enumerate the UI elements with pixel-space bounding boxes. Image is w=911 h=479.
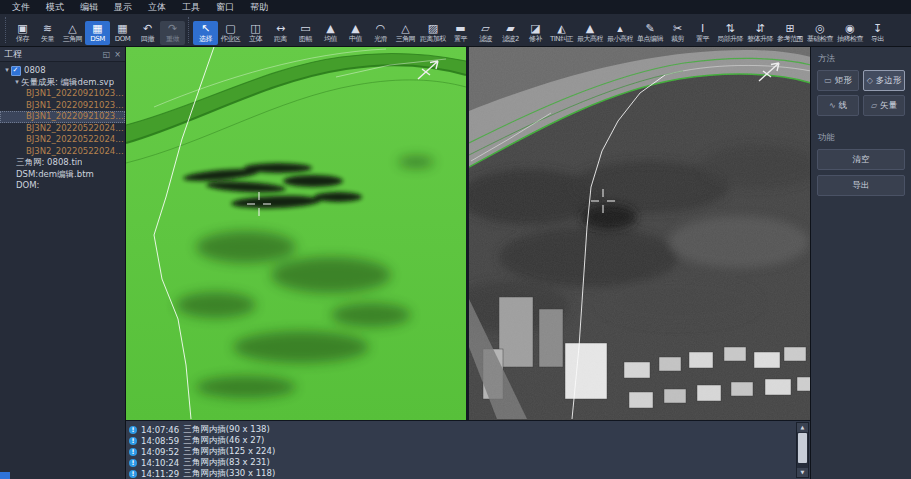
tree-label: BJ3N1_20220921023734_PAN_... <box>26 88 125 100</box>
toolbar-button[interactable]: ⊞ 参考范围 <box>775 21 805 45</box>
toolbar-button-label: 光滑 <box>374 35 387 44</box>
toolbar-button[interactable]: ◫ 立体 <box>243 21 268 45</box>
toolbar-button[interactable]: ▦ DOM <box>110 21 135 45</box>
action-button[interactable]: 清空 <box>817 149 905 170</box>
menu-item[interactable]: 模式 <box>38 0 72 14</box>
expand-arrow-icon[interactable]: ▾ <box>13 77 21 89</box>
toolbar-button-icon: ▣ <box>17 22 27 35</box>
dock-icon[interactable]: ◱ <box>103 50 111 59</box>
menu-item[interactable]: 帮助 <box>242 0 276 14</box>
toolbar-button[interactable]: ▲ 中值 <box>343 21 368 45</box>
project-panel-title: 工程 <box>4 48 22 61</box>
method-button[interactable]: ▱ 矢量 <box>863 95 905 116</box>
dsm-canvas[interactable] <box>126 47 466 420</box>
toolbar-button[interactable]: ▨ 距离加权 <box>418 21 448 45</box>
function-buttons: 清空 导出 <box>817 149 905 196</box>
tree-label: DSM:dem编辑.btm <box>16 169 94 181</box>
log-scrollbar[interactable]: ▲ ▼ <box>796 422 809 478</box>
tree-row[interactable]: BJ3N2_20220522024137_PAN_... <box>0 134 125 146</box>
info-icon: ! <box>129 448 137 456</box>
tree-row[interactable]: DSM:dem编辑.btm <box>0 169 125 181</box>
toolbar-button[interactable]: ▲ 均值 <box>318 21 343 45</box>
method-button[interactable]: ∿ 线 <box>817 95 859 116</box>
log-list: ! 14:07:46 三角网内插(90 x 138) ! 14:08:59 三角… <box>129 424 796 479</box>
tree-row[interactable]: BJ3N2_20220522024123_PAN_... <box>0 123 125 135</box>
toolbar-button[interactable]: ▦ DSM <box>85 21 110 45</box>
toolbar-button-label: 作业区 <box>221 35 241 44</box>
tree-row[interactable]: BJ3N2_20220522024205_PAN_... <box>0 146 125 158</box>
tree-row[interactable]: 三角网: 0808.tin <box>0 157 125 169</box>
toolbar-button[interactable]: ✂ 裁剪 <box>665 21 690 45</box>
action-button[interactable]: 导出 <box>817 175 905 196</box>
toolbar-button[interactable]: ≋ 矢量 <box>35 21 60 45</box>
close-icon[interactable]: × <box>114 50 121 59</box>
log-entry[interactable]: ! 14:10:24 三角网内插(83 x 231) <box>129 457 796 468</box>
toolbar-button[interactable]: ⇅ 局部升降 <box>715 21 745 45</box>
dsm-view[interactable] <box>126 47 466 420</box>
toolbar-button[interactable]: ↷ 重做 <box>160 21 185 45</box>
toolbar-button[interactable]: ✎ 单点编辑 <box>635 21 665 45</box>
toolbar-button-label: 距离加权 <box>420 35 446 44</box>
scroll-thumb[interactable] <box>798 433 807 463</box>
toolbar-button[interactable]: ⇵ 整体升降 <box>745 21 775 45</box>
toolbar-button[interactable]: ▲ 最大高程 <box>575 21 605 45</box>
toolbar-button-label: 重做 <box>166 35 179 44</box>
toolbar-button[interactable]: I 置平 <box>690 21 715 45</box>
toolbar-button[interactable]: ▢ 作业区 <box>218 21 243 45</box>
log-entry[interactable]: ! 14:07:46 三角网内插(90 x 138) <box>129 424 796 435</box>
toolbar-button[interactable]: ▬ 置平 <box>448 21 473 45</box>
log-entry[interactable]: ! 14:09:52 三角网内插(125 x 224) <box>129 446 796 457</box>
log-entry[interactable]: ! 14:08:59 三角网内插(46 x 27) <box>129 435 796 446</box>
tree-row[interactable]: ▾ 0808 <box>0 65 125 77</box>
project-tree: ▾ 0808 ▾ 矢量成果: 编辑dem.svp BJ3N1_2022092 <box>0 62 125 195</box>
method-button[interactable]: ▭ 矩形 <box>817 70 859 91</box>
info-icon: ! <box>129 459 137 467</box>
toolbar-button[interactable]: ◎ 基础检查 <box>805 21 835 45</box>
toolbar-button[interactable]: ▭ 图幅 <box>293 21 318 45</box>
toolbar-button[interactable]: ↶ 回撤 <box>135 21 160 45</box>
toolbar-button-icon: ▲ <box>351 22 359 35</box>
toolbar-button-icon: ◠ <box>376 22 386 35</box>
menu-item[interactable]: 显示 <box>106 0 140 14</box>
toolbar-button[interactable]: ▰ 滤波2 <box>498 21 523 45</box>
tree-label: BJ3N1_20220921023831_PAN_... <box>26 111 125 123</box>
menu-item[interactable]: 文件 <box>4 0 38 14</box>
tree-label: 矢量成果: 编辑dem.svp <box>21 77 114 89</box>
toolbar-button[interactable]: ▱ 滤波 <box>473 21 498 45</box>
toolbar-button[interactable]: ↔ 距离 <box>268 21 293 45</box>
ortho-view[interactable] <box>469 47 811 420</box>
toolbar-button-label: 距离 <box>274 35 287 44</box>
tree-row[interactable]: ▾ 矢量成果: 编辑dem.svp <box>0 77 125 89</box>
menu-item[interactable]: 立体 <box>140 0 174 14</box>
menu-item[interactable]: 编辑 <box>72 0 106 14</box>
checkbox[interactable] <box>11 66 21 76</box>
method-button[interactable]: ◇ 多边形 <box>863 70 905 91</box>
toolbar: ▣ 保存 ≋ 矢量 △ 三角网 ▦ DSM <box>0 14 911 47</box>
tree-row[interactable]: BJ3N1_20220921023831_PAN_... <box>0 111 125 123</box>
toolbar-button[interactable]: △ 三角网 <box>393 21 418 45</box>
scroll-down-icon[interactable]: ▼ <box>797 468 808 477</box>
toolbar-button[interactable]: ▴ 最小高程 <box>605 21 635 45</box>
log-entry[interactable]: ! 14:11:29 三角网内插(330 x 118) <box>129 468 796 479</box>
tree-row[interactable]: BJ3N1_20220921023734_PAN_... <box>0 88 125 100</box>
toolbar-button-icon: ⊞ <box>785 22 794 35</box>
toolbar-button[interactable]: ▣ 保存 <box>10 21 35 45</box>
toolbar-button[interactable]: ↧ 导出 <box>865 21 890 45</box>
toolbar-button-icon: ▴ <box>617 22 623 35</box>
scroll-up-icon[interactable]: ▲ <box>797 423 808 432</box>
toolbar-button-label: 三角网 <box>63 35 83 44</box>
method-button-label: 矩形 <box>835 75 852 87</box>
toolbar-button[interactable]: ◪ 修补 <box>523 21 548 45</box>
toolbar-button[interactable]: △ 三角网 <box>60 21 85 45</box>
toolbar-button[interactable]: ◭ TIN纠正 <box>548 21 575 45</box>
toolbar-button[interactable]: ◉ 抽稀检查 <box>835 21 865 45</box>
toolbar-button[interactable]: ↖ 选择 <box>193 21 218 45</box>
tree-row[interactable]: BJ3N1_20220921023807_PAN_... <box>0 100 125 112</box>
tree-row[interactable]: DOM: <box>0 180 125 192</box>
toolbar-button[interactable]: ◠ 光滑 <box>368 21 393 45</box>
expand-arrow-icon[interactable]: ▾ <box>3 65 11 77</box>
ortho-canvas[interactable] <box>469 47 811 420</box>
noise-overlay <box>469 47 811 420</box>
menu-item[interactable]: 窗口 <box>208 0 242 14</box>
menu-item[interactable]: 工具 <box>174 0 208 14</box>
